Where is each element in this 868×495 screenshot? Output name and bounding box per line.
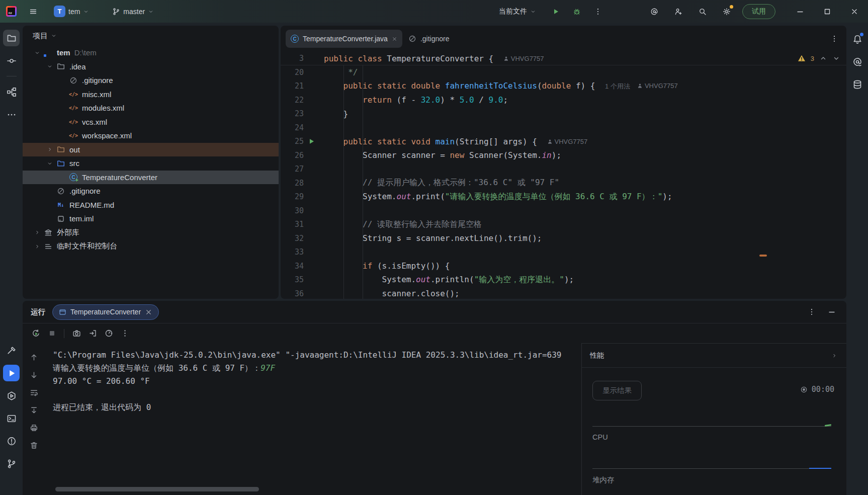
chevron-right-icon[interactable] <box>32 243 43 250</box>
code-area[interactable]: 20 */21 public static double fahrenheitT… <box>281 65 846 299</box>
code-line-33[interactable]: 33 <box>281 245 846 260</box>
titlebar-debug-bug-button[interactable] <box>568 3 585 20</box>
rerun-button[interactable] <box>29 326 43 341</box>
titlebar-more-vertical-button[interactable] <box>589 3 606 20</box>
tool-services-button[interactable] <box>3 387 20 404</box>
code-line-26[interactable]: 26 Scanner scanner = new Scanner(System.… <box>281 148 846 162</box>
run-panel-more-vertical-button[interactable] <box>805 305 818 318</box>
minimize-window-button[interactable] <box>787 0 814 23</box>
code-line-31[interactable]: 31 // 读取整行输入并去除首尾空格 <box>281 218 846 232</box>
console-output[interactable]: "C:\Program Files\Java\jdk-25.0.2\bin\ja… <box>45 343 581 495</box>
console-line-5[interactable]: 进程已结束，退出代码为 0 <box>53 402 581 416</box>
tool-terminal-button[interactable] <box>3 410 20 427</box>
console-line-3[interactable]: 97.00 °C = 206.60 °F <box>53 376 581 389</box>
code-line-35[interactable]: 35 System.out.println("输入为空，程序退出。"); <box>281 273 846 287</box>
tool-git-branch-button[interactable] <box>3 455 20 472</box>
sticky-header-line[interactable]: 3public class TemperatureConverter { VHV… <box>281 52 846 65</box>
tree-item-.gitignore[interactable]: .gitignore <box>23 73 279 88</box>
tree-item-临时文件和控制台[interactable]: 临时文件和控制台 <box>23 239 279 254</box>
arrow-up-button[interactable] <box>27 350 41 364</box>
code-line-28[interactable]: 28 // 提示用户输入，格式示例："36.6 C" 或 "97 F" <box>281 176 846 190</box>
editor-options-button[interactable] <box>827 32 841 46</box>
editor-tab-TemperatureConverter.java[interactable]: CTemperatureConverter.java <box>286 30 402 48</box>
titlebar-run-play-button[interactable] <box>547 3 564 20</box>
chevron-down-icon[interactable] <box>32 50 43 56</box>
console-line-2[interactable]: 请输入要转换的温度与单位（例如 36.6 C 或 97 F）：97F <box>53 363 581 376</box>
code-line-21[interactable]: 21 public static double fahrenheitToCels… <box>281 79 846 94</box>
chevron-right-icon[interactable] <box>32 229 43 235</box>
tree-item-.gitignore[interactable]: .gitignore <box>23 184 279 198</box>
scroll-to-end-button[interactable] <box>27 403 41 417</box>
show-results-button[interactable]: 显示结果 <box>592 381 642 400</box>
branch-widget[interactable]: master <box>108 3 158 20</box>
code-line-23[interactable]: 23 } <box>281 107 846 121</box>
next-warning-icon[interactable] <box>832 54 840 62</box>
code-line-29[interactable]: 29 System.out.print("请输入要转换的温度与单位（例如 36.… <box>281 190 846 204</box>
code-line-22[interactable]: 22 return (f - 32.0) * 5.0 / 9.0; <box>281 93 846 107</box>
console-line-1[interactable]: "C:\Program Files\Java\jdk-25.0.2\bin\ja… <box>53 350 581 363</box>
tree-item-vcs.xml[interactable]: </>vcs.xml <box>23 115 279 129</box>
console-line-4[interactable] <box>53 389 581 402</box>
soft-wrap-button[interactable] <box>27 385 41 399</box>
tool-ai-chat-button[interactable] <box>849 53 865 70</box>
trial-button[interactable]: 试用 <box>742 4 775 19</box>
tool-project-folder-button[interactable] <box>3 30 20 46</box>
chevron-right-icon[interactable] <box>44 146 55 152</box>
performance-header[interactable]: 性能 <box>582 344 846 368</box>
editor-tab-.gitignore[interactable]: .gitignore <box>403 30 455 48</box>
tool-run-play-button[interactable] <box>3 365 20 381</box>
print-button[interactable] <box>27 421 41 435</box>
titlebar-ai-assistant-button[interactable] <box>646 3 663 20</box>
tree-item-tem.iml[interactable]: tem.iml <box>23 212 279 226</box>
code-line-34[interactable]: 34 if (s.isEmpty()) { <box>281 259 846 273</box>
tool-database-button[interactable] <box>849 76 865 93</box>
tool-problems-button[interactable] <box>3 433 20 449</box>
tool-build-hammer-button[interactable] <box>3 342 20 359</box>
titlebar-search-button[interactable] <box>694 3 711 20</box>
gutter-run-icon[interactable] <box>304 137 319 145</box>
titlebar-add-user-button[interactable] <box>670 3 687 20</box>
run-panel-minimize-button[interactable] <box>825 305 838 318</box>
close-window-button[interactable] <box>841 0 868 23</box>
run-tab[interactable]: TemperatureConverter <box>52 304 159 320</box>
code-line-sticky[interactable]: 3public class TemperatureConverter { VHV… <box>281 51 544 65</box>
tree-item-src[interactable]: src <box>23 156 279 171</box>
arrow-down-button[interactable] <box>27 368 41 382</box>
tree-item-README.md[interactable]: M↓README.md <box>23 198 279 212</box>
close-icon[interactable] <box>145 308 152 316</box>
jump-to-source-button[interactable] <box>85 326 100 341</box>
tree-item-misc.xml[interactable]: </>misc.xml <box>23 88 279 102</box>
clear-trash-button[interactable] <box>27 438 41 452</box>
code-line-25[interactable]: 25 public static void main(String[] args… <box>281 135 846 149</box>
prev-warning-icon[interactable] <box>819 54 827 62</box>
project-widget[interactable]: T tem <box>50 3 93 20</box>
code-line-30[interactable]: 30 <box>281 204 846 218</box>
tool-structure-button[interactable] <box>3 84 20 100</box>
camera-button[interactable] <box>69 326 83 341</box>
tree-item-modules.xml[interactable]: </>modules.xml <box>23 101 279 115</box>
code-line-32[interactable]: 32 String s = scanner.nextLine().trim(); <box>281 231 846 245</box>
maximize-window-button[interactable] <box>814 0 841 23</box>
tool-notifications-bell-button[interactable] <box>849 31 865 47</box>
titlebar-settings-button[interactable] <box>718 3 735 20</box>
usages-inlay-hint[interactable]: 1 个用法 <box>605 82 630 90</box>
tree-item-workspace.xml[interactable]: </>workspace.xml <box>23 129 279 143</box>
run-config-selector[interactable]: 当前文件 <box>495 3 540 20</box>
code-line-24[interactable]: 24 <box>281 121 846 135</box>
horizontal-scrollbar[interactable] <box>55 487 259 491</box>
tree-item-tem[interactable]: temD:\tem <box>23 46 279 60</box>
chevron-down-icon[interactable] <box>44 160 55 167</box>
close-icon[interactable] <box>392 36 397 42</box>
tree-item-out[interactable]: out <box>23 143 279 157</box>
tool-more-horizontal-button[interactable] <box>3 106 20 123</box>
profiler-gauge-button[interactable] <box>102 326 116 341</box>
more-vertical-button[interactable] <box>118 326 132 341</box>
project-panel-header[interactable]: 项目 <box>23 26 279 46</box>
tree-item-TemperatureConverter[interactable]: CTemperatureConverter <box>23 171 279 185</box>
tree-item-外部库[interactable]: 外部库 <box>23 226 279 240</box>
tool-commit-button[interactable] <box>3 52 20 69</box>
chevron-down-icon[interactable] <box>44 63 55 69</box>
code-line-20[interactable]: 20 */ <box>281 65 846 79</box>
code-line-36[interactable]: 36 scanner.close(); <box>281 287 846 299</box>
main-menu-button[interactable] <box>25 3 42 20</box>
